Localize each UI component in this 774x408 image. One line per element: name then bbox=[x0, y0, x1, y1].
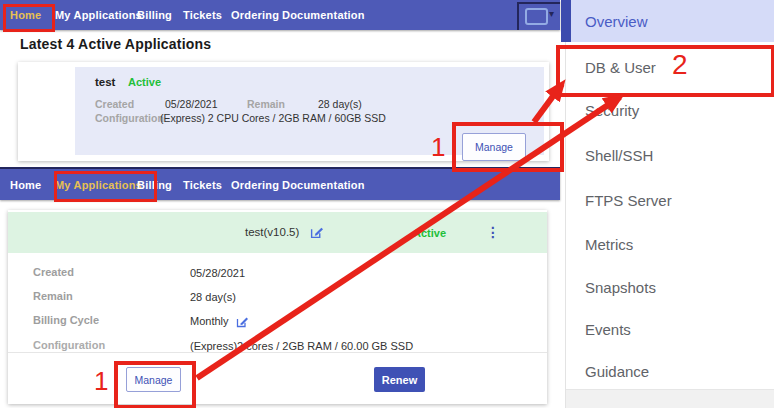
application-title: test(v10.5) bbox=[245, 226, 299, 238]
sidebar-item-db-user[interactable]: DB & User bbox=[585, 59, 656, 76]
status-badge-2: Active bbox=[413, 227, 446, 239]
sidebar-active-indicator bbox=[561, 0, 571, 42]
nav-tickets[interactable]: Tickets bbox=[183, 0, 222, 30]
row-remain-value: 28 day(s) bbox=[190, 291, 236, 303]
nav-documentation-2[interactable]: Documentation bbox=[282, 169, 365, 200]
renew-button[interactable]: Renew bbox=[374, 367, 425, 392]
row-configuration-value: (Express)2 cores / 2GB RAM / 60.00 GB SS… bbox=[190, 340, 413, 352]
nav-home[interactable]: Home bbox=[10, 0, 41, 30]
sidebar-item-ftps-server[interactable]: FTPS Server bbox=[585, 192, 672, 209]
remain-value: 28 day(s) bbox=[318, 98, 362, 110]
sidebar-item-events[interactable]: Events bbox=[585, 321, 631, 338]
application-detail-card: test(v10.5) Active ⋮ Created 05/28/2021 … bbox=[8, 210, 547, 404]
nav-tickets-2[interactable]: Tickets bbox=[183, 169, 222, 200]
sidebar-item-metrics[interactable]: Metrics bbox=[585, 236, 633, 253]
nav-ordering-2[interactable]: Ordering bbox=[231, 169, 279, 200]
chevron-down-icon: ▾ bbox=[549, 9, 554, 19]
nav-billing-2[interactable]: Billing bbox=[137, 169, 172, 200]
nav-ordering[interactable]: Ordering bbox=[231, 0, 279, 30]
row-created-value: 05/28/2021 bbox=[190, 267, 245, 279]
created-value: 05/28/2021 bbox=[165, 98, 218, 110]
nav-home-2[interactable]: Home bbox=[10, 169, 41, 200]
row-billing-cycle-label: Billing Cycle bbox=[33, 314, 99, 326]
row-billing-cycle-value: Monthly bbox=[190, 315, 229, 327]
created-label: Created bbox=[95, 98, 134, 110]
manage-button-2[interactable]: Manage bbox=[126, 367, 181, 392]
nav-my-applications[interactable]: My Applications bbox=[55, 0, 142, 30]
application-name: test bbox=[95, 76, 115, 88]
button-row-divider bbox=[8, 352, 547, 353]
sidebar-item-guidance[interactable]: Guidance bbox=[585, 363, 649, 380]
nav-my-applications-2[interactable]: My Applications bbox=[55, 169, 142, 200]
app-sidebar: Overview DB & User Security Shell/SSH FT… bbox=[565, 0, 774, 408]
sidebar-item-shell-ssh[interactable]: Shell/SSH bbox=[585, 147, 653, 164]
remain-label: Remain bbox=[247, 98, 285, 110]
account-menu-button[interactable]: ▾ bbox=[517, 2, 560, 30]
top-navbar: Home My Applications Billing Tickets Ord… bbox=[0, 0, 560, 30]
row-configuration-label: Configuration bbox=[33, 339, 105, 351]
configuration-label: Configuration bbox=[95, 112, 164, 124]
screenshot-canvas: Home My Applications Billing Tickets Ord… bbox=[0, 0, 774, 408]
sidebar-item-snapshots[interactable]: Snapshots bbox=[585, 279, 656, 296]
sidebar-item-security[interactable]: Security bbox=[585, 102, 639, 119]
card-header: test(v10.5) Active ⋮ bbox=[8, 212, 547, 253]
sidebar-footer-strip bbox=[566, 390, 774, 408]
nav-billing[interactable]: Billing bbox=[137, 0, 172, 30]
more-options-icon[interactable]: ⋮ bbox=[486, 225, 500, 239]
status-badge: Active bbox=[128, 76, 161, 88]
configuration-value: (Express) 2 CPU Cores / 2GB RAM / 60GB S… bbox=[160, 112, 386, 124]
row-remain-label: Remain bbox=[33, 290, 73, 302]
row-created-label: Created bbox=[33, 266, 74, 278]
avatar-icon bbox=[525, 8, 548, 25]
edit-title-icon[interactable] bbox=[310, 225, 323, 243]
nav-documentation[interactable]: Documentation bbox=[282, 0, 365, 30]
application-card: test Active Created 05/28/2021 Remain 28… bbox=[18, 62, 549, 161]
manage-button[interactable]: Manage bbox=[462, 133, 526, 161]
page-title: Latest 4 Active Applications bbox=[20, 36, 211, 52]
sidebar-item-overview[interactable]: Overview bbox=[585, 13, 648, 30]
edit-billing-cycle-icon[interactable] bbox=[236, 314, 248, 332]
bottom-navbar: Home My Applications Billing Tickets Ord… bbox=[0, 169, 560, 200]
